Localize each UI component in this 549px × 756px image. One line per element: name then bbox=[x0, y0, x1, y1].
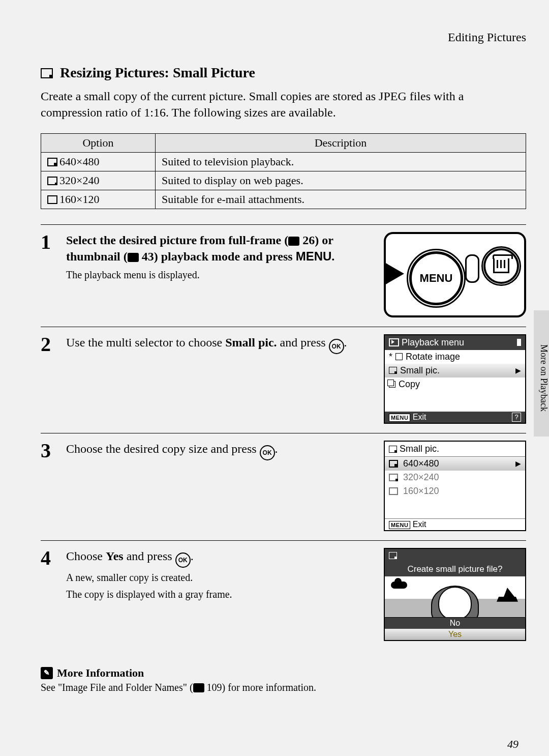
more-info-heading: ✎ More Information bbox=[41, 666, 526, 680]
step-3: 3 Choose the desired copy size and press… bbox=[41, 433, 526, 531]
step-2: 2 Use the multi selector to choose Small… bbox=[41, 327, 526, 424]
copy-icon bbox=[389, 381, 395, 388]
small-pic-icon bbox=[389, 367, 397, 374]
camera-illustration: MENU bbox=[384, 232, 526, 317]
col-description: Description bbox=[156, 133, 526, 152]
more-info-text: See "Image File and Folder Names" ( 109)… bbox=[41, 682, 526, 693]
step-number: 4 bbox=[41, 548, 56, 641]
side-tab: More on Playback bbox=[534, 310, 549, 437]
chevron-right-icon: ▶ bbox=[515, 459, 521, 468]
small-pic-screen: Small pic. 640×480▶ 320×240 160×120 MENU… bbox=[384, 441, 526, 531]
step-number: 3 bbox=[41, 441, 56, 531]
sample-image bbox=[385, 576, 525, 618]
button bbox=[465, 254, 479, 283]
help-icon: ? bbox=[512, 413, 521, 422]
page-ref-icon bbox=[288, 237, 299, 246]
step-number: 2 bbox=[41, 334, 56, 424]
section-header: Editing Pictures bbox=[41, 31, 526, 44]
sizes-table: Option Description 640×480 Suited to tel… bbox=[41, 133, 526, 209]
step-1: 1 Select the desired picture from full-f… bbox=[41, 224, 526, 317]
menu-button: MENU bbox=[409, 251, 463, 305]
page-ref-icon bbox=[128, 253, 139, 262]
col-option: Option bbox=[41, 133, 156, 152]
ok-button-icon: OK bbox=[260, 445, 275, 460]
arrow-icon bbox=[385, 263, 404, 285]
info-icon: ✎ bbox=[41, 667, 53, 679]
confirm-dialog: Create small picture file? No Yes bbox=[384, 548, 526, 641]
ok-button-icon: OK bbox=[329, 339, 344, 354]
ok-button-icon: OK bbox=[175, 553, 191, 568]
trash-icon bbox=[493, 258, 509, 273]
yes-option: Yes bbox=[385, 629, 525, 640]
playback-icon bbox=[389, 338, 399, 346]
no-option: No bbox=[385, 618, 525, 629]
playback-menu-screen: Playback menu *Rotate image Small pic.▶ … bbox=[384, 334, 526, 424]
small-pic-icon bbox=[389, 446, 397, 453]
rotate-icon bbox=[395, 353, 403, 360]
intro-text: Create a small copy of the current pictu… bbox=[41, 88, 526, 121]
delete-button bbox=[483, 248, 519, 284]
page-title: Resizing Pictures: Small Picture bbox=[41, 65, 526, 81]
page-ref-icon bbox=[193, 683, 204, 692]
step-4: 4 Choose Yes and press OK. A new, smalle… bbox=[41, 540, 526, 641]
page-number: 49 bbox=[507, 738, 518, 751]
step-number: 1 bbox=[41, 232, 56, 317]
chevron-right-icon: ▶ bbox=[515, 366, 521, 374]
small-picture-icon bbox=[41, 65, 55, 81]
small-pic-icon bbox=[389, 552, 397, 559]
